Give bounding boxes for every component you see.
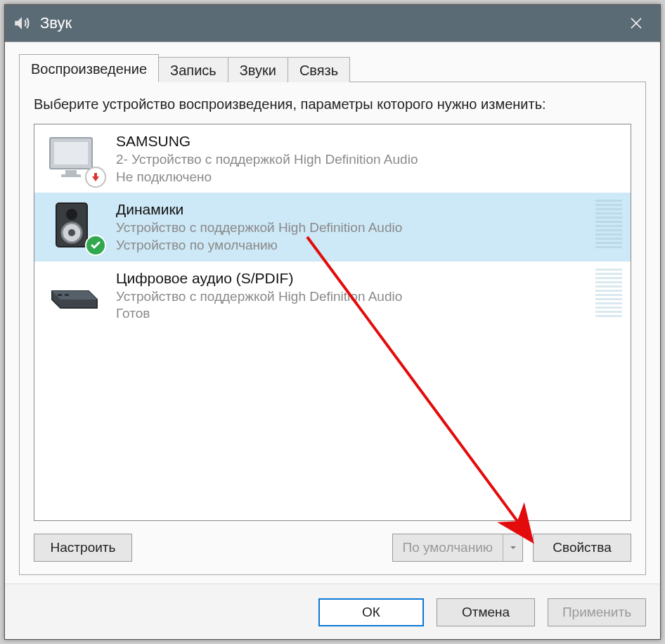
svg-point-9 bbox=[68, 229, 75, 236]
device-name: Цифровое аудио (S/PDIF) bbox=[116, 270, 590, 287]
configure-button[interactable]: Настроить bbox=[34, 534, 132, 562]
titlebar: Звук bbox=[5, 5, 660, 41]
tab-strip: Воспроизведение Запись Звуки Связь bbox=[19, 54, 646, 82]
content-area: Воспроизведение Запись Звуки Связь Выбер… bbox=[5, 41, 660, 584]
svg-point-7 bbox=[66, 209, 77, 220]
set-default-button[interactable]: По умолчанию bbox=[392, 534, 524, 562]
sound-icon bbox=[12, 13, 32, 33]
chevron-down-icon[interactable] bbox=[503, 534, 522, 561]
level-meter bbox=[595, 269, 622, 318]
svg-rect-12 bbox=[58, 294, 62, 296]
default-badge-icon bbox=[85, 235, 106, 256]
sound-settings-window: Звук Воспроизведение Запись Звуки Связь … bbox=[4, 4, 661, 640]
tab-recording[interactable]: Запись bbox=[158, 57, 228, 82]
svg-rect-13 bbox=[65, 294, 69, 296]
instruction-text: Выберите устройство воспроизведения, пар… bbox=[34, 95, 631, 114]
device-desc: Устройство с поддержкой High Definition … bbox=[116, 219, 590, 237]
device-desc: 2- Устройство с поддержкой High Definiti… bbox=[116, 151, 622, 169]
device-row-spdif[interactable]: Цифровое аудио (S/PDIF) Устройство с под… bbox=[34, 262, 631, 330]
set-default-label: По умолчанию bbox=[403, 540, 493, 555]
ok-button[interactable]: ОК bbox=[318, 598, 424, 626]
device-status: Готов bbox=[116, 305, 590, 323]
cancel-button[interactable]: Отмена bbox=[437, 598, 535, 626]
dialog-button-row: ОК Отмена Применить bbox=[5, 584, 660, 639]
device-status: Не подключено bbox=[116, 169, 622, 186]
svg-rect-2 bbox=[65, 170, 77, 174]
level-meter bbox=[595, 200, 622, 249]
svg-marker-5 bbox=[92, 173, 99, 181]
device-row-speakers[interactable]: Динамики Устройство с поддержкой High De… bbox=[34, 193, 631, 261]
disconnected-badge-icon bbox=[85, 167, 106, 188]
device-desc: Устройство с поддержкой High Definition … bbox=[116, 288, 590, 306]
svg-rect-1 bbox=[54, 142, 88, 165]
apply-button[interactable]: Применить bbox=[548, 598, 646, 626]
device-list: SAMSUNG 2- Устройство с поддержкой High … bbox=[34, 124, 631, 521]
device-texts: Цифровое аудио (S/PDIF) Устройство с под… bbox=[116, 269, 590, 323]
tab-sounds[interactable]: Звуки bbox=[228, 57, 288, 82]
spdif-icon bbox=[43, 269, 103, 322]
close-button[interactable] bbox=[619, 9, 653, 37]
window-title: Звук bbox=[40, 14, 619, 32]
device-texts: Динамики Устройство с поддержкой High De… bbox=[116, 200, 590, 254]
device-status: Устройство по умолчанию bbox=[116, 237, 590, 255]
properties-button[interactable]: Свойства bbox=[533, 534, 631, 562]
speaker-icon bbox=[43, 200, 103, 253]
device-row-samsung[interactable]: SAMSUNG 2- Устройство с поддержкой High … bbox=[34, 124, 631, 193]
device-texts: SAMSUNG 2- Устройство с поддержкой High … bbox=[116, 131, 622, 186]
device-name: Динамики bbox=[116, 201, 590, 218]
panel-button-row: Настроить По умолчанию Свойства bbox=[34, 534, 631, 562]
tab-communications[interactable]: Связь bbox=[288, 57, 350, 82]
tab-playback[interactable]: Воспроизведение bbox=[19, 54, 159, 82]
playback-panel: Выберите устройство воспроизведения, пар… bbox=[19, 82, 646, 575]
device-name: SAMSUNG bbox=[116, 133, 622, 150]
svg-rect-3 bbox=[61, 174, 81, 177]
monitor-icon bbox=[43, 131, 103, 185]
